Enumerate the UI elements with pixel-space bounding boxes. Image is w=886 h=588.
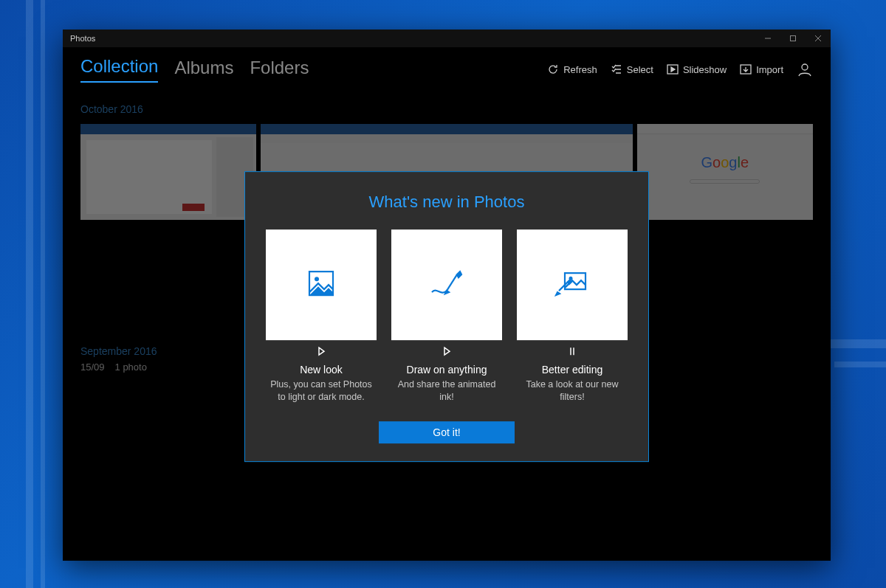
- play-button[interactable]: [266, 346, 377, 359]
- feature-tile[interactable]: [266, 229, 377, 340]
- slideshow-button[interactable]: Slideshow: [667, 63, 727, 75]
- photos-window: Photos Collection Albums Folders R: [63, 30, 831, 561]
- pen-icon: [429, 267, 464, 302]
- close-button[interactable]: [806, 30, 831, 47]
- svg-rect-1: [791, 36, 796, 41]
- feature-tile[interactable]: [391, 229, 502, 340]
- slideshow-label: Slideshow: [683, 64, 727, 75]
- feature-title: New look: [266, 364, 377, 376]
- account-button[interactable]: [797, 61, 813, 77]
- whats-new-dialog: What's new in Photos: [244, 171, 649, 462]
- select-icon: [611, 63, 622, 75]
- feature-card-editing: Better editing Take a look at our new fi…: [517, 229, 628, 404]
- window-title: Photos: [70, 34, 95, 43]
- appbar: Collection Albums Folders Refresh Select: [63, 47, 831, 91]
- dialog-title: What's new in Photos: [260, 193, 633, 212]
- feature-title: Better editing: [517, 364, 628, 376]
- select-label: Select: [627, 64, 653, 75]
- svg-point-6: [802, 64, 808, 70]
- refresh-label: Refresh: [563, 64, 597, 75]
- edit-image-icon: [554, 267, 590, 302]
- feature-desc: Take a look at our new filters!: [517, 378, 628, 404]
- pause-button[interactable]: [517, 346, 628, 359]
- pause-icon: [567, 346, 577, 359]
- play-button[interactable]: [391, 346, 502, 359]
- import-icon: [740, 63, 752, 75]
- tab-collection[interactable]: Collection: [80, 56, 158, 83]
- import-button[interactable]: Import: [740, 63, 783, 75]
- feature-card-new-look: New look Plus, you can set Photos to lig…: [266, 229, 377, 404]
- maximize-button[interactable]: [780, 30, 806, 47]
- titlebar: Photos: [63, 30, 831, 47]
- tab-folders[interactable]: Folders: [250, 58, 309, 83]
- play-icon: [442, 346, 452, 359]
- refresh-icon: [547, 63, 559, 75]
- svg-point-8: [315, 277, 319, 281]
- minimize-button[interactable]: [755, 30, 780, 47]
- slideshow-icon: [667, 63, 679, 75]
- refresh-button[interactable]: Refresh: [547, 63, 597, 75]
- feature-desc: And share the animated ink!: [391, 378, 502, 404]
- feature-title: Draw on anything: [391, 364, 502, 376]
- feature-desc: Plus, you can set Photos to light or dar…: [266, 378, 377, 404]
- feature-card-draw: Draw on anything And share the animated …: [391, 229, 502, 404]
- select-button[interactable]: Select: [611, 63, 653, 75]
- play-icon: [316, 346, 326, 359]
- feature-tile[interactable]: [517, 229, 628, 340]
- got-it-button[interactable]: Got it!: [379, 421, 515, 443]
- tab-albums[interactable]: Albums: [174, 58, 233, 83]
- picture-icon: [305, 267, 337, 302]
- import-label: Import: [756, 64, 783, 75]
